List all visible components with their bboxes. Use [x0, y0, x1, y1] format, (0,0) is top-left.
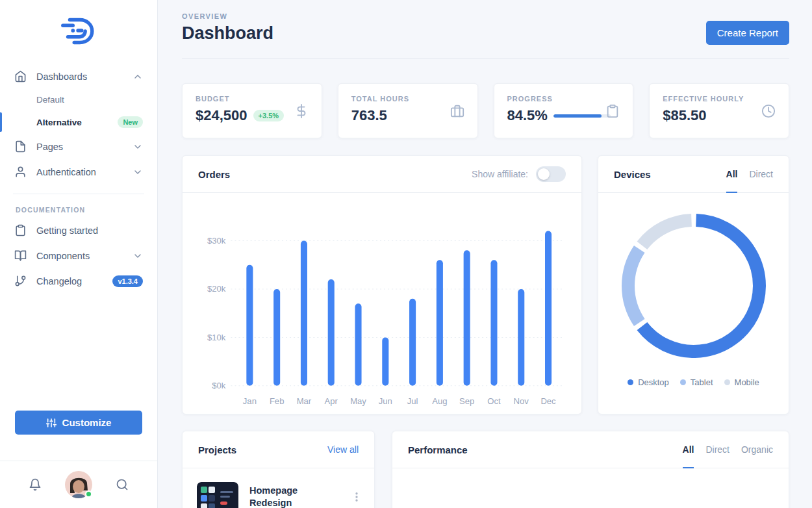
briefcase-icon [450, 104, 464, 118]
sidebar-nav: Dashboards Default Alternative New Pages… [0, 64, 157, 294]
user-icon [14, 166, 27, 178]
sidebar-item-label: Pages [36, 142, 133, 152]
show-affiliate-label: Show affiliate: [472, 169, 528, 179]
git-branch-icon [14, 275, 27, 287]
new-badge: New [118, 116, 143, 128]
online-status-dot [85, 490, 92, 498]
stats-row: BUDGET $24,500 +3.5% TOTAL HOURS 763.5 P… [182, 83, 789, 138]
user-avatar[interactable] [65, 471, 92, 498]
app-logo[interactable] [0, 0, 157, 60]
file-icon [14, 140, 27, 153]
stat-value: 763.5 [351, 107, 387, 124]
create-report-button[interactable]: Create Report [706, 21, 789, 45]
stat-label: PROGRESS [507, 95, 620, 103]
legend-item-tablet: Tablet [680, 377, 713, 387]
search-icon[interactable] [116, 478, 129, 491]
svg-text:$0k: $0k [212, 381, 226, 390]
bell-icon[interactable] [29, 478, 42, 491]
svg-text:Jun: Jun [379, 396, 392, 406]
progress-bar-fill [553, 114, 602, 118]
brand-d-icon [58, 16, 99, 47]
clipboard-icon [14, 224, 27, 236]
show-affiliate-toggle[interactable] [536, 166, 566, 182]
projects-card: Projects View all Homepage [182, 431, 375, 508]
progress-bar [553, 114, 611, 118]
performance-chart-area: $40k [392, 468, 789, 508]
svg-text:Mar: Mar [297, 396, 312, 406]
orders-card: Orders Show affiliate: $0k$10k$20k$30kJa… [182, 155, 582, 414]
tab-direct[interactable]: Direct [749, 156, 773, 193]
budget-card: BUDGET $24,500 +3.5% [182, 83, 322, 138]
book-open-icon [14, 249, 27, 262]
performance-card: Performance All Direct Organic $40k [392, 431, 789, 508]
svg-text:Aug: Aug [432, 396, 447, 406]
svg-text:$10k: $10k [207, 333, 226, 342]
desktop-dot-icon [628, 379, 633, 385]
stat-label: TOTAL HOURS [351, 95, 464, 103]
page-eyebrow: OVERVIEW [182, 12, 273, 20]
sidebar-item-label: Authentication [36, 167, 133, 177]
devices-card-title: Devices [614, 169, 651, 180]
devices-legend: Desktop Tablet Mobile [628, 377, 759, 387]
sidebar-item-label: Changelog [36, 276, 112, 286]
bottom-row: Projects View all Homepage [182, 431, 789, 508]
legend-item-mobile: Mobile [724, 377, 759, 387]
main-content: OVERVIEW Dashboard Create Report BUDGET … [158, 0, 812, 508]
sidebar-item-dashboards[interactable]: Dashboards [0, 64, 157, 89]
customize-button[interactable]: Customize [15, 411, 142, 435]
svg-text:May: May [350, 396, 366, 406]
toggle-knob [538, 168, 550, 180]
devices-card: Devices All Direct Desktop Tablet Mobile [598, 155, 789, 414]
legend-item-desktop: Desktop [628, 377, 669, 387]
svg-text:Nov: Nov [514, 396, 529, 406]
stat-value: 84.5% [507, 107, 548, 124]
sidebar-item-getting-started[interactable]: Getting started [0, 218, 157, 243]
sidebar-item-alternative[interactable]: Alternative New [0, 110, 157, 134]
sidebar-item-changelog[interactable]: Changelog v1.3.4 [0, 268, 157, 294]
svg-text:Jan: Jan [243, 396, 257, 406]
project-thumbnail [197, 482, 238, 508]
sidebar-item-components[interactable]: Components [0, 243, 157, 268]
home-icon [14, 70, 27, 83]
clipboard-icon [605, 104, 620, 118]
delta-badge: +3.5% [253, 110, 285, 121]
svg-text:$30k: $30k [207, 236, 226, 246]
sidebar: Dashboards Default Alternative New Pages… [0, 0, 158, 508]
page-title: Dashboard [182, 23, 273, 44]
mobile-dot-icon [724, 379, 730, 385]
orders-card-title: Orders [198, 169, 230, 180]
stat-label: EFFECTIVE HOURLY [663, 95, 776, 103]
sidebar-item-default[interactable]: Default [0, 89, 157, 110]
svg-text:Jul: Jul [407, 396, 418, 406]
stat-value: $85.50 [663, 107, 706, 124]
svg-text:Oct: Oct [487, 396, 501, 406]
svg-text:Sep: Sep [459, 396, 474, 406]
tab-organic[interactable]: Organic [741, 431, 773, 468]
project-list-item[interactable]: Homepage Redesign [183, 468, 374, 508]
tab-direct[interactable]: Direct [705, 431, 730, 468]
sidebar-item-label: Default [36, 95, 64, 105]
svg-text:$20k: $20k [207, 284, 226, 294]
projects-card-title: Projects [198, 444, 236, 455]
performance-tabs: All Direct Organic [683, 431, 773, 468]
stat-label: BUDGET [196, 95, 309, 103]
devices-tabs: All Direct [726, 156, 773, 192]
project-title: Homepage Redesign [249, 482, 298, 508]
effective-hourly-card: EFFECTIVE HOURLY $85.50 [649, 83, 789, 138]
chevron-down-icon [133, 142, 143, 152]
chevron-up-icon [133, 71, 143, 82]
chevron-down-icon [133, 167, 143, 177]
tab-all[interactable]: All [683, 431, 694, 468]
tab-all[interactable]: All [726, 156, 738, 193]
svg-text:Apr: Apr [325, 396, 338, 406]
view-all-link[interactable]: View all [327, 444, 359, 455]
more-vertical-icon[interactable] [351, 491, 362, 503]
chevron-down-icon [133, 251, 143, 261]
sidebar-item-pages[interactable]: Pages [0, 134, 157, 159]
sidebar-item-label: Alternative [36, 118, 118, 127]
performance-card-title: Performance [408, 444, 468, 455]
stat-value: $24,500 [196, 107, 247, 124]
sidebar-item-label: Dashboards [36, 71, 133, 82]
sidebar-item-label: Components [36, 251, 133, 261]
sidebar-item-authentication[interactable]: Authentication [0, 159, 157, 184]
